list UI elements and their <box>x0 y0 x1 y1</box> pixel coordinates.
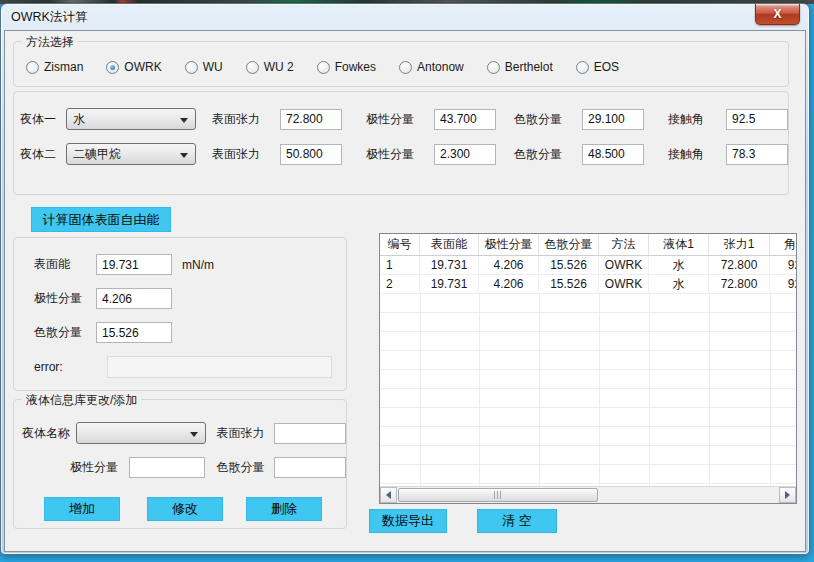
library-dispersive-input[interactable] <box>274 457 346 478</box>
liquid2-select[interactable]: 二碘甲烷 <box>66 143 196 165</box>
radio-circle-icon <box>246 61 259 74</box>
radio-circle-icon <box>185 61 198 74</box>
library-surface-tension-input[interactable] <box>274 423 346 444</box>
window-title: OWRK法计算 <box>11 9 87 26</box>
radio-circle-icon <box>26 61 39 74</box>
table-cell: 4.206 <box>479 275 539 293</box>
owrk-dialog-window: OWRK法计算 X 方法选择 Zisman OWRK WU <box>0 3 810 555</box>
modify-button[interactable]: 修改 <box>147 497 223 521</box>
data-export-button[interactable]: 数据导出 <box>369 509 447 533</box>
polar-component-label: 极性分量 <box>366 111 422 128</box>
scroll-left-button[interactable] <box>380 487 397 503</box>
library-surface-tension-label: 表面张力 <box>216 425 270 442</box>
table-header: 张力1 <box>709 234 770 255</box>
table-cell: 92.5 <box>770 256 797 274</box>
liquid1-selected-value: 水 <box>73 111 85 128</box>
table-cell: OWRK <box>599 275 649 293</box>
library-dispersive-label: 色散分量 <box>217 459 271 476</box>
liquid2-row: 夜体二 二碘甲烷 表面张力 极性分量 色散分量 接触角 <box>14 143 788 165</box>
liquid2-surface-tension-input[interactable] <box>280 144 342 165</box>
dispersive-result-value[interactable] <box>96 322 172 343</box>
dispersive-result-label: 色散分量 <box>34 324 96 341</box>
close-button[interactable]: X <box>755 4 800 25</box>
radio-circle-icon <box>487 61 500 74</box>
clear-button[interactable]: 清 空 <box>477 509 557 533</box>
polar-result-row: 极性分量 <box>14 288 346 309</box>
results-table[interactable]: 编号 表面能 极性分量 色散分量 方法 液体1 张力1 角度1 1 19.731… <box>379 233 797 504</box>
liquid1-surface-tension-input[interactable] <box>280 109 342 130</box>
delete-button[interactable]: 删除 <box>246 497 322 521</box>
table-cell: 19.731 <box>420 256 479 274</box>
table-header: 方法 <box>599 234 649 255</box>
results-group: 表面能 mN/m 极性分量 色散分量 error: <box>13 237 347 391</box>
title-bar[interactable]: OWRK法计算 <box>1 4 809 30</box>
dispersive-result-row: 色散分量 <box>14 322 346 343</box>
liquid-name-select[interactable] <box>76 422 207 444</box>
table-header: 色散分量 <box>539 234 599 255</box>
library-group-title: 液体信息库更改/添加 <box>22 392 141 409</box>
radio-wu[interactable]: WU <box>185 60 223 74</box>
chevron-down-icon <box>180 153 188 158</box>
chevron-down-icon <box>180 118 188 123</box>
dialog-client-area: 方法选择 Zisman OWRK WU WU 2 <box>4 30 806 552</box>
radio-label: OWRK <box>124 60 161 74</box>
liquid1-contact-angle-input[interactable] <box>726 109 788 130</box>
radio-owrk[interactable]: OWRK <box>106 60 161 74</box>
radio-eos[interactable]: EOS <box>576 60 619 74</box>
surface-energy-row: 表面能 mN/m <box>14 254 346 275</box>
radio-circle-icon <box>317 61 330 74</box>
table-cell: 15.526 <box>539 256 599 274</box>
table-cell: OWRK <box>599 256 649 274</box>
radio-label: Antonow <box>417 60 464 74</box>
scrollbar-thumb[interactable] <box>398 488 598 502</box>
radio-antonow[interactable]: Antonow <box>399 60 464 74</box>
table-header: 极性分量 <box>479 234 539 255</box>
liquid1-dispersive-input[interactable] <box>582 109 644 130</box>
liquid2-label: 夜体二 <box>20 146 66 163</box>
error-value-field <box>107 356 332 378</box>
radio-fowkes[interactable]: Fowkes <box>317 60 376 74</box>
table-row[interactable]: 1 19.731 4.206 15.526 OWRK 水 72.800 92.5 <box>380 256 797 275</box>
method-select-group: 方法选择 Zisman OWRK WU WU 2 <box>13 41 789 87</box>
table-header: 液体1 <box>649 234 709 255</box>
radio-label: Fowkes <box>335 60 376 74</box>
surface-tension-label: 表面张力 <box>212 146 268 163</box>
radio-label: WU <box>203 60 223 74</box>
library-polar-input[interactable] <box>129 457 205 478</box>
library-polar-label: 极性分量 <box>70 459 124 476</box>
polar-component-label: 极性分量 <box>366 146 422 163</box>
radio-label: EOS <box>594 60 619 74</box>
scroll-right-button[interactable] <box>779 487 796 503</box>
liquid2-dispersive-input[interactable] <box>582 144 644 165</box>
liquid2-polar-input[interactable] <box>434 144 496 165</box>
calculate-surface-energy-button[interactable]: 计算固体表面自由能 <box>31 207 171 232</box>
radio-zisman[interactable]: Zisman <box>26 60 83 74</box>
table-header-row: 编号 表面能 极性分量 色散分量 方法 液体1 张力1 角度1 <box>380 234 797 256</box>
table-empty-rows <box>380 294 797 486</box>
liquid2-contact-angle-input[interactable] <box>726 144 788 165</box>
table-row[interactable]: 2 19.731 4.206 15.526 OWRK 水 72.800 92.5 <box>380 275 797 294</box>
contact-angle-label: 接触角 <box>668 146 712 163</box>
radio-label: Berthelot <box>505 60 553 74</box>
method-radio-row: Zisman OWRK WU WU 2 Fowkes <box>14 42 788 74</box>
polar-result-label: 极性分量 <box>34 290 96 307</box>
radio-berthelot[interactable]: Berthelot <box>487 60 553 74</box>
surface-tension-label: 表面张力 <box>212 111 268 128</box>
liquid1-select[interactable]: 水 <box>66 108 196 130</box>
dispersive-component-label: 色散分量 <box>514 111 570 128</box>
table-cell: 2 <box>380 275 420 293</box>
table-cell: 4.206 <box>479 256 539 274</box>
liquid1-label: 夜体一 <box>20 111 66 128</box>
add-button[interactable]: 增加 <box>44 497 120 521</box>
horizontal-scrollbar[interactable] <box>380 486 796 503</box>
radio-wu2[interactable]: WU 2 <box>246 60 294 74</box>
polar-result-value[interactable] <box>96 288 172 309</box>
table-cell: 1 <box>380 256 420 274</box>
radio-label: Zisman <box>44 60 83 74</box>
liquid2-selected-value: 二碘甲烷 <box>73 146 121 163</box>
liquid1-polar-input[interactable] <box>434 109 496 130</box>
method-group-title: 方法选择 <box>22 34 78 51</box>
surface-energy-value[interactable] <box>96 254 172 275</box>
table-header: 编号 <box>380 234 420 255</box>
liquid-library-group: 液体信息库更改/添加 夜体名称 表面张力 极性分量 色散分量 增加 修改 删除 <box>13 399 347 529</box>
